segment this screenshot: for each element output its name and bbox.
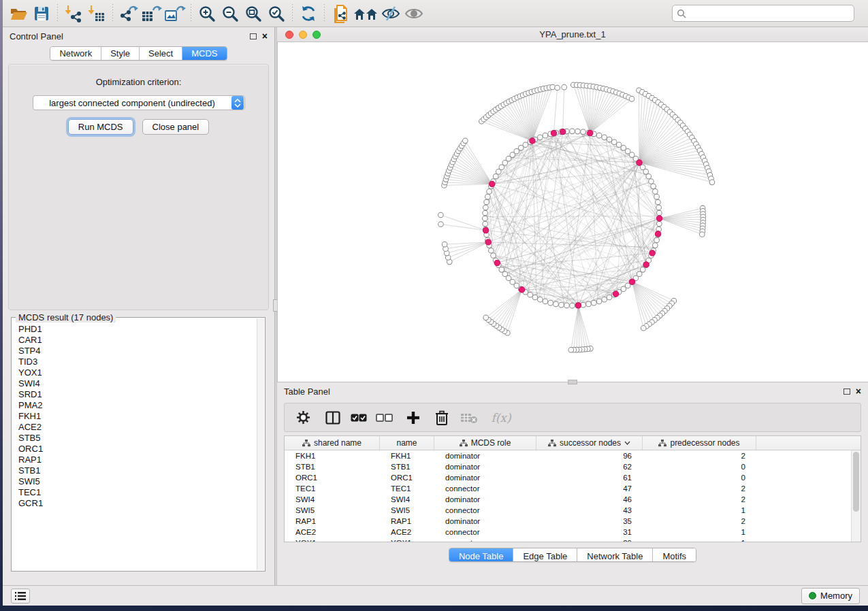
- memory-label: Memory: [820, 591, 852, 601]
- table-row[interactable]: ACE2ACE2connector311: [285, 527, 851, 538]
- float-panel-icon[interactable]: [843, 389, 850, 395]
- tab-network-table[interactable]: Network Table: [577, 548, 653, 562]
- refresh-icon[interactable]: [297, 3, 320, 24]
- table-cell: dominator: [434, 461, 536, 472]
- result-node[interactable]: SWI4: [18, 378, 251, 389]
- result-node[interactable]: TEC1: [18, 487, 251, 498]
- task-history-button[interactable]: [11, 589, 30, 604]
- result-node[interactable]: YOX1: [18, 367, 251, 378]
- settings-icon[interactable]: [293, 406, 313, 429]
- toolbar-separator: [112, 4, 113, 23]
- result-node[interactable]: PHD1: [18, 324, 251, 335]
- table-row[interactable]: RAP1RAP1dominator352: [285, 516, 851, 527]
- table-cell: RAP1: [285, 516, 380, 527]
- horizontal-splitter-handle[interactable]: [568, 380, 577, 384]
- select-all-icon[interactable]: [349, 406, 369, 429]
- add-column-icon[interactable]: [403, 406, 423, 429]
- deselect-all-icon[interactable]: [374, 406, 395, 429]
- table-cell: 31: [536, 527, 643, 538]
- first-neighbors-icon[interactable]: [352, 3, 379, 24]
- hide-selected-icon[interactable]: [379, 3, 402, 24]
- mcds-result-list: PHD1CAR1STP4TID3YOX1SWI4SRD1PMA2FKH1ACE2…: [12, 318, 257, 570]
- table-cell: SWI4: [285, 494, 380, 505]
- export-image-icon[interactable]: [163, 3, 187, 24]
- table-row[interactable]: TEC1TEC1connector472: [285, 483, 851, 494]
- tab-network[interactable]: Network: [50, 47, 101, 60]
- node-table: shared name name MCDS role successor nod…: [284, 435, 861, 542]
- table-cell: 2: [643, 450, 756, 461]
- import-table-icon[interactable]: [85, 3, 108, 24]
- table-row[interactable]: FKH1FKH1dominator962: [285, 450, 851, 461]
- save-session-icon[interactable]: [30, 3, 53, 24]
- table-row[interactable]: SWI5SWI5connector431: [285, 505, 851, 516]
- export-table-icon[interactable]: [140, 3, 163, 24]
- result-node[interactable]: SRD1: [18, 389, 251, 400]
- tab-select[interactable]: Select: [140, 47, 182, 60]
- control-panel-title: Control Panel: [10, 31, 63, 42]
- result-node[interactable]: SWI5: [18, 476, 251, 487]
- result-node[interactable]: STP4: [18, 346, 251, 357]
- zoom-in-icon[interactable]: [195, 3, 219, 24]
- result-node[interactable]: ACE2: [18, 422, 251, 433]
- result-node[interactable]: RAP1: [18, 455, 251, 465]
- close-panel-icon[interactable]: ×: [262, 33, 268, 39]
- tab-motifs[interactable]: Motifs: [653, 548, 696, 562]
- close-panel-icon[interactable]: ×: [856, 388, 861, 395]
- search-input[interactable]: [686, 9, 850, 18]
- result-node[interactable]: ORC1: [18, 444, 251, 455]
- tab-edge-table[interactable]: Edge Table: [513, 548, 577, 562]
- table-cell: 1: [643, 505, 756, 516]
- toolbar-separator: [57, 4, 58, 23]
- result-node[interactable]: FKH1: [18, 411, 251, 422]
- column-header-shared-name[interactable]: shared name: [285, 436, 380, 450]
- result-node[interactable]: TID3: [18, 357, 251, 367]
- tab-mcds[interactable]: MCDS: [182, 47, 226, 60]
- table-cell: connector: [434, 505, 536, 516]
- network-canvas[interactable]: [277, 42, 868, 382]
- tab-node-table[interactable]: Node Table: [449, 548, 514, 562]
- result-node[interactable]: GCR1: [18, 498, 251, 509]
- zoom-fit-icon[interactable]: [242, 3, 265, 24]
- zoom-out-icon[interactable]: [219, 3, 242, 24]
- share-document-icon[interactable]: [329, 3, 352, 24]
- table-cell: ACE2: [380, 527, 434, 538]
- zoom-selected-icon[interactable]: [265, 3, 288, 24]
- column-header-mcds-role[interactable]: MCDS role: [434, 436, 536, 450]
- export-network-icon[interactable]: [117, 3, 140, 24]
- combo-stepper-icon: [231, 96, 244, 110]
- mcds-list-scrollbar[interactable]: [257, 318, 264, 570]
- table-row[interactable]: SWI4SWI4dominator462: [285, 494, 851, 505]
- result-node[interactable]: STB5: [18, 433, 251, 444]
- float-panel-icon[interactable]: [250, 33, 257, 39]
- scrollbar-thumb[interactable]: [853, 452, 859, 512]
- table-cell: 46: [536, 494, 643, 505]
- result-node[interactable]: STB1: [18, 465, 251, 476]
- org-chart-icon: [302, 440, 310, 447]
- search-icon: [677, 9, 686, 18]
- close-panel-button[interactable]: Close panel: [142, 119, 210, 135]
- table-scrollbar[interactable]: [851, 450, 861, 542]
- memory-button[interactable]: Memory: [801, 588, 860, 604]
- table-cell: 61: [536, 472, 643, 483]
- tab-style[interactable]: Style: [101, 47, 140, 60]
- column-header-successor-nodes[interactable]: successor nodes: [536, 436, 643, 450]
- show-all-icon[interactable]: [402, 3, 425, 24]
- table-cell: TEC1: [285, 483, 380, 494]
- table-row[interactable]: YOX1YOX1connector291: [285, 538, 851, 542]
- table-row[interactable]: STB1STB1dominator620: [285, 461, 851, 472]
- import-network-icon[interactable]: [62, 3, 85, 24]
- split-view-icon[interactable]: [323, 406, 343, 429]
- table-row[interactable]: ORC1ORC1dominator610: [285, 472, 851, 483]
- result-node[interactable]: PMA2: [18, 400, 251, 411]
- run-mcds-button[interactable]: Run MCDS: [68, 119, 133, 135]
- column-header-name[interactable]: name: [380, 436, 434, 450]
- table-cell: 1: [643, 538, 756, 542]
- open-file-icon[interactable]: [7, 3, 30, 24]
- optimization-criterion-label: Optimization criterion:: [9, 77, 268, 87]
- column-header-predecessor-nodes[interactable]: predecessor nodes: [643, 436, 756, 450]
- result-node[interactable]: CAR1: [18, 335, 251, 346]
- optimization-criterion-select[interactable]: largest connected component (undirected): [33, 95, 245, 110]
- delete-column-icon[interactable]: [432, 406, 452, 429]
- application-window: Control Panel × Network Style Select MCD…: [3, 0, 868, 606]
- toolbar-separator: [191, 4, 191, 23]
